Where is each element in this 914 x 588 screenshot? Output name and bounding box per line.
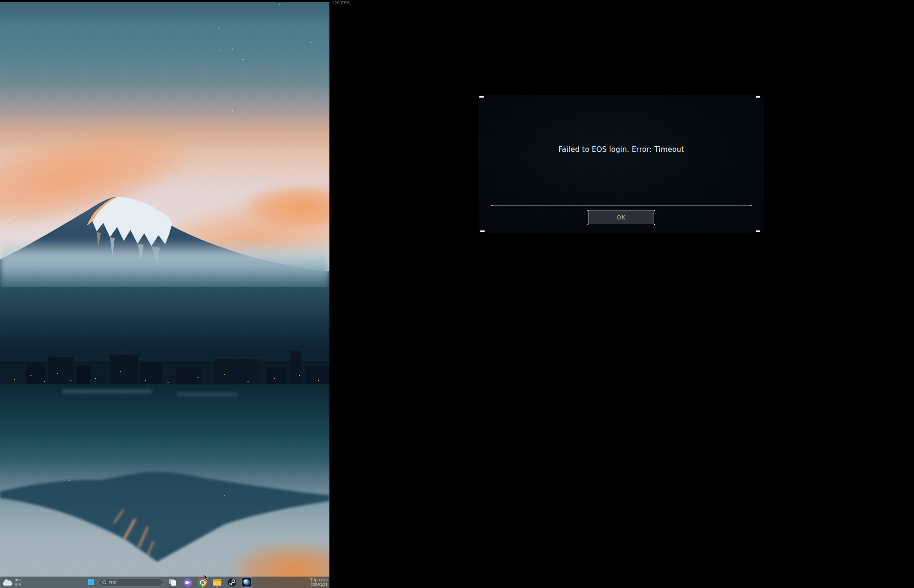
cloud-icon bbox=[3, 582, 12, 586]
dialog-corner-marker bbox=[756, 96, 760, 98]
screen: 9°C 多云 bbox=[0, 0, 914, 588]
taskbar: 9°C 多云 bbox=[0, 577, 329, 588]
dialog-divider bbox=[492, 205, 751, 206]
weather-condition: 多云 bbox=[15, 582, 21, 587]
running-indicator bbox=[231, 587, 233, 588]
town-reflection bbox=[176, 392, 238, 396]
taskbar-chrome-button[interactable] bbox=[197, 577, 208, 588]
star bbox=[232, 49, 233, 50]
game-icon bbox=[242, 578, 251, 587]
error-dialog: Failed to EOS login. Error: Timeout OK bbox=[478, 95, 764, 233]
taskbar-apps bbox=[167, 577, 252, 588]
clock-time: 下午 11:30 bbox=[309, 578, 328, 582]
fps-counter: 120 FPS bbox=[332, 0, 350, 5]
search-icon bbox=[102, 580, 107, 585]
button-corner-dot bbox=[587, 210, 588, 211]
chat-video-icon bbox=[183, 578, 192, 587]
ok-button[interactable]: OK bbox=[588, 210, 654, 224]
running-indicator bbox=[201, 587, 203, 588]
star bbox=[232, 110, 233, 111]
weather-widget[interactable]: 9°C 多云 bbox=[3, 577, 21, 588]
taskbar-search[interactable] bbox=[99, 578, 163, 587]
taskbar-chat-button[interactable] bbox=[182, 577, 193, 588]
windows-logo-icon bbox=[88, 579, 91, 582]
task-view-icon bbox=[169, 579, 177, 586]
dialog-corner-marker bbox=[480, 230, 485, 232]
dialog-corner-marker bbox=[479, 96, 484, 98]
wallpaper-top-letterbox bbox=[0, 0, 329, 2]
button-corner-dot bbox=[587, 224, 588, 225]
star bbox=[279, 4, 280, 5]
star bbox=[220, 50, 221, 50]
error-message: Failed to EOS login. Error: Timeout bbox=[478, 145, 764, 154]
taskbar-game-button[interactable] bbox=[241, 577, 252, 588]
star bbox=[310, 42, 311, 43]
weather-temperature: 9°C bbox=[15, 578, 21, 582]
steam-icon bbox=[228, 578, 237, 587]
taskbar-clock[interactable]: 下午 11:30 2024/1/23 bbox=[309, 577, 328, 588]
star bbox=[242, 59, 243, 60]
dialog-corner-marker bbox=[756, 230, 760, 232]
game-window: 120 FPS Failed to EOS login. Error: Time… bbox=[329, 0, 914, 588]
active-running-indicator bbox=[244, 587, 249, 588]
star bbox=[219, 28, 219, 29]
file-explorer-icon bbox=[213, 579, 221, 586]
star-reflection bbox=[224, 495, 225, 496]
search-input[interactable] bbox=[109, 580, 159, 585]
town-reflection bbox=[62, 389, 152, 393]
taskbar-file-explorer-button[interactable] bbox=[211, 577, 223, 588]
running-indicator bbox=[216, 587, 218, 588]
taskbar-task-view-button[interactable] bbox=[167, 577, 179, 588]
star-reflection bbox=[69, 480, 70, 481]
mouse-cursor bbox=[204, 575, 209, 582]
button-corner-dot bbox=[654, 210, 655, 211]
button-corner-dot bbox=[654, 224, 655, 225]
start-button[interactable] bbox=[88, 579, 95, 586]
desktop-wallpaper: 9°C 多云 bbox=[0, 0, 329, 588]
town-silhouette bbox=[0, 347, 329, 386]
clock-date: 2024/1/23 bbox=[310, 582, 328, 587]
taskbar-steam-button[interactable] bbox=[226, 577, 238, 588]
